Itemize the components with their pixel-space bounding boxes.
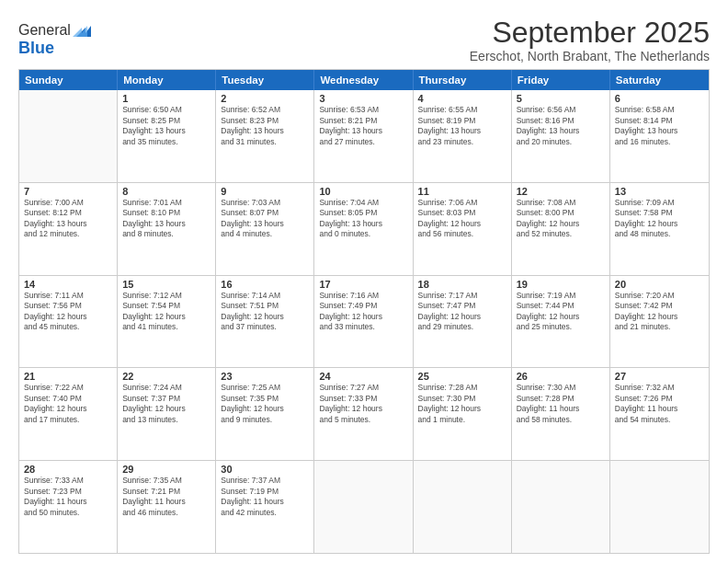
calendar-cell: 20Sunrise: 7:20 AM Sunset: 7:42 PM Dayli…: [610, 276, 709, 368]
calendar-row: 21Sunrise: 7:22 AM Sunset: 7:40 PM Dayli…: [19, 368, 709, 461]
calendar-cell: 3Sunrise: 6:53 AM Sunset: 8:21 PM Daylig…: [314, 90, 413, 182]
calendar-cell: 1Sunrise: 6:50 AM Sunset: 8:25 PM Daylig…: [118, 90, 216, 182]
calendar-body: 1Sunrise: 6:50 AM Sunset: 8:25 PM Daylig…: [19, 90, 709, 553]
calendar-cell: 19Sunrise: 7:19 AM Sunset: 7:44 PM Dayli…: [512, 276, 610, 368]
cell-daylight-info: Sunrise: 7:16 AM Sunset: 7:49 PM Dayligh…: [319, 291, 407, 333]
cell-day-number: 9: [221, 186, 309, 197]
calendar-row: 28Sunrise: 7:33 AM Sunset: 7:23 PM Dayli…: [19, 461, 709, 553]
cell-daylight-info: Sunrise: 7:09 AM Sunset: 7:58 PM Dayligh…: [615, 198, 704, 240]
cell-daylight-info: Sunrise: 7:20 AM Sunset: 7:42 PM Dayligh…: [615, 291, 704, 333]
calendar-cell: 27Sunrise: 7:32 AM Sunset: 7:26 PM Dayli…: [610, 368, 709, 460]
cell-daylight-info: Sunrise: 7:04 AM Sunset: 8:05 PM Dayligh…: [319, 198, 407, 240]
cell-daylight-info: Sunrise: 6:53 AM Sunset: 8:21 PM Dayligh…: [319, 105, 407, 147]
weekday-header: Tuesday: [216, 70, 314, 90]
cell-daylight-info: Sunrise: 7:12 AM Sunset: 7:54 PM Dayligh…: [122, 291, 210, 333]
weekday-header: Monday: [118, 70, 216, 90]
cell-daylight-info: Sunrise: 7:32 AM Sunset: 7:26 PM Dayligh…: [615, 383, 704, 425]
cell-daylight-info: Sunrise: 7:25 AM Sunset: 7:35 PM Dayligh…: [221, 383, 309, 425]
calendar-cell: [314, 461, 413, 553]
calendar-row: 1Sunrise: 6:50 AM Sunset: 8:25 PM Daylig…: [19, 90, 709, 183]
weekday-header: Sunday: [19, 70, 118, 90]
logo-icon: [73, 20, 93, 40]
title-block: September 2025 Eerschot, North Brabant, …: [470, 17, 710, 63]
cell-day-number: 27: [615, 371, 704, 382]
cell-daylight-info: Sunrise: 7:14 AM Sunset: 7:51 PM Dayligh…: [221, 291, 309, 333]
svg-marker-1: [73, 26, 87, 37]
calendar-cell: 25Sunrise: 7:28 AM Sunset: 7:30 PM Dayli…: [414, 368, 512, 460]
calendar-cell: 11Sunrise: 7:06 AM Sunset: 8:03 PM Dayli…: [414, 183, 512, 275]
cell-daylight-info: Sunrise: 6:52 AM Sunset: 8:23 PM Dayligh…: [221, 105, 309, 147]
calendar-cell: 9Sunrise: 7:03 AM Sunset: 8:07 PM Daylig…: [216, 183, 314, 275]
cell-day-number: 29: [122, 464, 210, 475]
cell-daylight-info: Sunrise: 7:19 AM Sunset: 7:44 PM Dayligh…: [517, 291, 605, 333]
cell-day-number: 4: [418, 93, 506, 104]
cell-daylight-info: Sunrise: 7:17 AM Sunset: 7:47 PM Dayligh…: [418, 291, 506, 333]
cell-daylight-info: Sunrise: 7:27 AM Sunset: 7:33 PM Dayligh…: [319, 383, 407, 425]
calendar-row: 14Sunrise: 7:11 AM Sunset: 7:56 PM Dayli…: [19, 276, 709, 369]
calendar-cell: 6Sunrise: 6:58 AM Sunset: 8:14 PM Daylig…: [610, 90, 709, 182]
cell-day-number: 23: [221, 371, 309, 382]
cell-day-number: 19: [517, 279, 605, 290]
month-title: September 2025: [470, 17, 710, 49]
calendar-cell: 15Sunrise: 7:12 AM Sunset: 7:54 PM Dayli…: [118, 276, 216, 368]
cell-day-number: 3: [319, 93, 407, 104]
cell-day-number: 25: [418, 371, 506, 382]
calendar-cell: 17Sunrise: 7:16 AM Sunset: 7:49 PM Dayli…: [314, 276, 413, 368]
cell-day-number: 11: [418, 186, 506, 197]
cell-daylight-info: Sunrise: 7:24 AM Sunset: 7:37 PM Dayligh…: [122, 383, 210, 425]
cell-day-number: 21: [24, 371, 112, 382]
calendar: SundayMondayTuesdayWednesdayThursdayFrid…: [18, 69, 710, 554]
weekday-header: Saturday: [610, 70, 709, 90]
calendar-cell: [414, 461, 512, 553]
cell-daylight-info: Sunrise: 7:37 AM Sunset: 7:19 PM Dayligh…: [221, 476, 309, 518]
calendar-cell: 12Sunrise: 7:08 AM Sunset: 8:00 PM Dayli…: [512, 183, 610, 275]
cell-day-number: 26: [517, 371, 605, 382]
header: General Blue September 2025 Eerschot, No…: [18, 17, 710, 63]
calendar-header: SundayMondayTuesdayWednesdayThursdayFrid…: [19, 70, 709, 90]
calendar-cell: 22Sunrise: 7:24 AM Sunset: 7:37 PM Dayli…: [118, 368, 216, 460]
cell-day-number: 6: [615, 93, 704, 104]
cell-day-number: 13: [615, 186, 704, 197]
cell-daylight-info: Sunrise: 6:56 AM Sunset: 8:16 PM Dayligh…: [517, 105, 605, 147]
cell-daylight-info: Sunrise: 7:11 AM Sunset: 7:56 PM Dayligh…: [24, 291, 112, 333]
calendar-cell: 5Sunrise: 6:56 AM Sunset: 8:16 PM Daylig…: [512, 90, 610, 182]
cell-day-number: 16: [221, 279, 309, 290]
weekday-header: Wednesday: [314, 70, 413, 90]
calendar-cell: 10Sunrise: 7:04 AM Sunset: 8:05 PM Dayli…: [314, 183, 413, 275]
cell-day-number: 17: [319, 279, 407, 290]
cell-day-number: 14: [24, 279, 112, 290]
calendar-cell: [610, 461, 709, 553]
cell-daylight-info: Sunrise: 7:00 AM Sunset: 8:12 PM Dayligh…: [24, 198, 112, 240]
cell-day-number: 10: [319, 186, 407, 197]
location: Eerschot, North Brabant, The Netherlands: [470, 49, 710, 63]
cell-daylight-info: Sunrise: 7:08 AM Sunset: 8:00 PM Dayligh…: [517, 198, 605, 240]
cell-day-number: 28: [24, 464, 112, 475]
calendar-cell: 28Sunrise: 7:33 AM Sunset: 7:23 PM Dayli…: [19, 461, 118, 553]
calendar-cell: 14Sunrise: 7:11 AM Sunset: 7:56 PM Dayli…: [19, 276, 118, 368]
cell-daylight-info: Sunrise: 7:22 AM Sunset: 7:40 PM Dayligh…: [24, 383, 112, 425]
cell-daylight-info: Sunrise: 7:01 AM Sunset: 8:10 PM Dayligh…: [122, 198, 210, 240]
cell-day-number: 30: [221, 464, 309, 475]
calendar-cell: 26Sunrise: 7:30 AM Sunset: 7:28 PM Dayli…: [512, 368, 610, 460]
cell-day-number: 5: [517, 93, 605, 104]
calendar-cell: 16Sunrise: 7:14 AM Sunset: 7:51 PM Dayli…: [216, 276, 314, 368]
calendar-cell: 8Sunrise: 7:01 AM Sunset: 8:10 PM Daylig…: [118, 183, 216, 275]
calendar-cell: 24Sunrise: 7:27 AM Sunset: 7:33 PM Dayli…: [314, 368, 413, 460]
page: General Blue September 2025 Eerschot, No…: [0, 0, 728, 563]
cell-daylight-info: Sunrise: 7:06 AM Sunset: 8:03 PM Dayligh…: [418, 198, 506, 240]
calendar-cell: 7Sunrise: 7:00 AM Sunset: 8:12 PM Daylig…: [19, 183, 118, 275]
cell-day-number: 15: [122, 279, 210, 290]
cell-daylight-info: Sunrise: 6:58 AM Sunset: 8:14 PM Dayligh…: [615, 105, 704, 147]
calendar-cell: 2Sunrise: 6:52 AM Sunset: 8:23 PM Daylig…: [216, 90, 314, 182]
cell-daylight-info: Sunrise: 7:03 AM Sunset: 8:07 PM Dayligh…: [221, 198, 309, 240]
calendar-cell: 13Sunrise: 7:09 AM Sunset: 7:58 PM Dayli…: [610, 183, 709, 275]
cell-daylight-info: Sunrise: 7:30 AM Sunset: 7:28 PM Dayligh…: [517, 383, 605, 425]
calendar-cell: 30Sunrise: 7:37 AM Sunset: 7:19 PM Dayli…: [216, 461, 314, 553]
calendar-cell: 18Sunrise: 7:17 AM Sunset: 7:47 PM Dayli…: [414, 276, 512, 368]
calendar-cell: [512, 461, 610, 553]
calendar-cell: 29Sunrise: 7:35 AM Sunset: 7:21 PM Dayli…: [118, 461, 216, 553]
cell-day-number: 8: [122, 186, 210, 197]
cell-day-number: 20: [615, 279, 704, 290]
cell-day-number: 24: [319, 371, 407, 382]
weekday-header: Thursday: [414, 70, 512, 90]
